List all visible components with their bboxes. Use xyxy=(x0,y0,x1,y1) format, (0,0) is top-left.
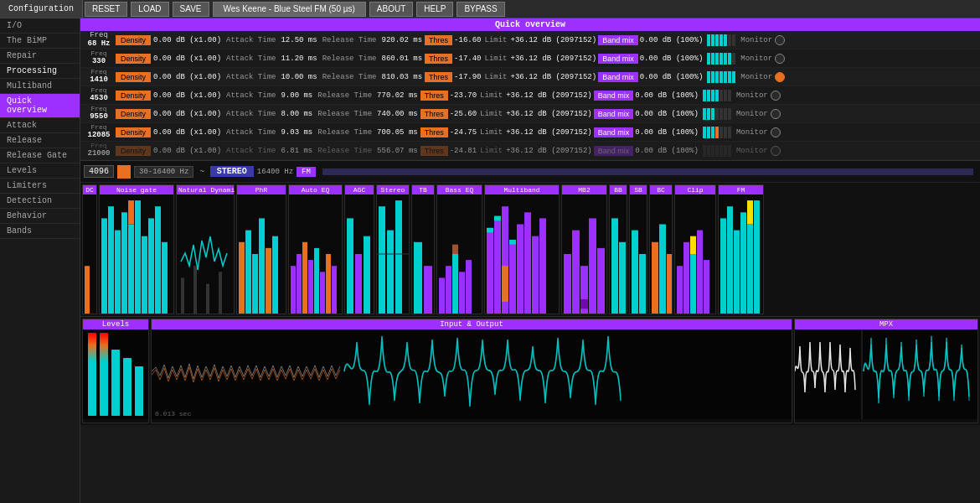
sidebar-item-release-gate[interactable]: Release Gate xyxy=(0,148,80,163)
attack-val-3: 10.00 ms xyxy=(281,73,317,81)
viz-orange-btn[interactable] xyxy=(117,165,131,179)
viz-spectrum-bar xyxy=(322,169,973,175)
svg-rect-58 xyxy=(572,231,580,314)
monitor-circle-3[interactable] xyxy=(775,72,785,82)
sidebar-item-detection[interactable]: Detection xyxy=(0,194,80,209)
about-button[interactable]: ABOUT xyxy=(369,2,413,17)
bypass-button[interactable]: BYPASS xyxy=(456,2,504,17)
density-btn-5[interactable]: Density xyxy=(116,109,151,119)
attack-val-4: 9.00 ms xyxy=(281,91,312,100)
bandmix-btn-3[interactable]: Band mix xyxy=(598,72,638,82)
density-btn-2[interactable]: Density xyxy=(116,54,151,64)
svg-rect-0 xyxy=(85,266,90,314)
bandmix-btn-7[interactable]: Band mix xyxy=(594,146,634,156)
attack-val-5: 8.00 ms xyxy=(281,110,312,118)
sidebar-item-quick-overview[interactable]: Quick overview xyxy=(0,94,80,118)
viz-stereo[interactable]: STEREO xyxy=(210,166,254,177)
density-val-7: 0.00 dB (x1.00) xyxy=(153,147,221,155)
viz-body-nd xyxy=(177,194,234,314)
release-lbl-4: Release Time xyxy=(317,91,372,100)
svg-rect-50 xyxy=(524,212,531,314)
bandmix-btn-4[interactable]: Band mix xyxy=(594,91,634,101)
sidebar-item-limiters[interactable]: Limiters xyxy=(0,179,80,194)
sidebar-item-thebimp[interactable]: The BiMP xyxy=(0,34,80,49)
sidebar-item-io[interactable]: I/O xyxy=(0,18,80,34)
viz-body-bc xyxy=(650,194,672,314)
thres-btn-3[interactable]: Thres xyxy=(425,72,452,82)
save-button[interactable]: SAVE xyxy=(173,2,209,17)
panel-levels: Levels xyxy=(82,319,149,423)
bandmix-btn-2[interactable]: Band mix xyxy=(598,54,638,64)
preset-button[interactable]: Wes Keene - Blue Steel FM (50 µs) xyxy=(213,2,366,17)
level-bar-5 xyxy=(135,366,143,416)
density-btn-6[interactable]: Density xyxy=(116,127,151,137)
bandmix-btn-5[interactable]: Band mix xyxy=(594,109,634,119)
aeq-chart xyxy=(289,194,342,314)
agc-chart xyxy=(345,194,374,314)
thres-btn-7[interactable]: Thres xyxy=(420,146,448,156)
sidebar-item-attack[interactable]: Attack xyxy=(0,118,80,133)
ng-chart xyxy=(100,194,173,314)
sidebar-item-repair[interactable]: Repair xyxy=(0,49,80,64)
meter-mini-4 xyxy=(703,90,731,101)
viz-module-aeq: Auto EQ xyxy=(288,184,343,314)
band-row-5: Freq9550 Density 0.00 dB (x1.00) Attack … xyxy=(80,105,980,123)
thres-btn-2[interactable]: Thres xyxy=(425,54,452,64)
sidebar-item-processing[interactable]: Processing xyxy=(0,64,80,79)
viz-body-sb xyxy=(630,194,647,314)
viz-module-nd: Natural Dynami xyxy=(176,184,235,314)
bandmix-btn-1[interactable]: Band mix xyxy=(598,35,638,45)
monitor-circle-2[interactable] xyxy=(775,54,785,64)
viz-row: DC Noise gate xyxy=(80,182,980,316)
load-button[interactable]: LOAD xyxy=(131,2,168,17)
reset-button[interactable]: RESET xyxy=(85,2,127,17)
sidebar-item-bands[interactable]: Bands xyxy=(0,224,80,239)
release-lbl-3: Release Time xyxy=(322,73,377,81)
viz-module-ng: Noise gate xyxy=(99,184,174,314)
thres-btn-6[interactable]: Thres xyxy=(420,127,448,137)
thres-btn-5[interactable]: Thres xyxy=(420,109,448,119)
mb2-chart xyxy=(562,194,606,314)
sb-chart xyxy=(630,194,647,314)
thres-btn-4[interactable]: Thres xyxy=(420,91,448,101)
limit-lbl-6: Limit xyxy=(480,128,503,137)
monitor-lbl-1: Monitor xyxy=(740,36,772,44)
thres-val-7: -24.81 xyxy=(450,147,477,155)
viz-label-beq: Bass EQ xyxy=(437,185,482,194)
monitor-circle-1[interactable] xyxy=(775,35,785,45)
bandmix-btn-6[interactable]: Band mix xyxy=(594,127,634,137)
thres-btn-1[interactable]: Thres xyxy=(425,35,452,45)
svg-rect-64 xyxy=(619,242,626,314)
svg-rect-75 xyxy=(690,236,696,254)
svg-rect-80 xyxy=(747,225,753,314)
svg-rect-76 xyxy=(720,218,726,314)
monitor-circle-4[interactable] xyxy=(771,91,781,101)
monitor-circle-5[interactable] xyxy=(771,109,781,119)
sidebar-item-release[interactable]: Release xyxy=(0,133,80,148)
density-btn-7[interactable]: Density xyxy=(116,146,151,156)
density-val-5: 0.00 dB (x1.00) xyxy=(153,110,221,118)
svg-rect-78 xyxy=(734,231,740,314)
monitor-circle-7[interactable] xyxy=(771,146,781,156)
svg-rect-8 xyxy=(148,218,154,314)
panel-mpx: MPX xyxy=(794,319,978,423)
svg-rect-69 xyxy=(667,254,672,314)
sidebar-item-levels[interactable]: Levels xyxy=(0,163,80,179)
freq-label-2: Freq330 xyxy=(82,50,116,66)
monitor-circle-6[interactable] xyxy=(771,127,781,137)
sidebar-item-multiband[interactable]: Multiband xyxy=(0,79,80,94)
meter-mini-3 xyxy=(707,71,735,83)
monitor-lbl-4: Monitor xyxy=(736,91,768,100)
attack-lbl-5: Attack Time xyxy=(226,110,276,118)
density-btn-3[interactable]: Density xyxy=(116,72,151,82)
band-row-7: Freq21000 Density 0.00 dB (x1.00) Attack… xyxy=(80,142,980,160)
freq-label-4: Freq4530 xyxy=(82,87,116,103)
svg-rect-45 xyxy=(487,231,493,314)
level-bar-L xyxy=(88,333,96,416)
sidebar-item-behavior[interactable]: Behavior xyxy=(0,209,80,224)
viz-label-mb2: MB2 xyxy=(562,185,606,194)
density-btn-1[interactable]: Density xyxy=(116,35,151,45)
help-button[interactable]: HELP xyxy=(416,2,453,17)
density-btn-4[interactable]: Density xyxy=(116,91,151,101)
release-val-7: 556.07 ms xyxy=(377,147,418,155)
